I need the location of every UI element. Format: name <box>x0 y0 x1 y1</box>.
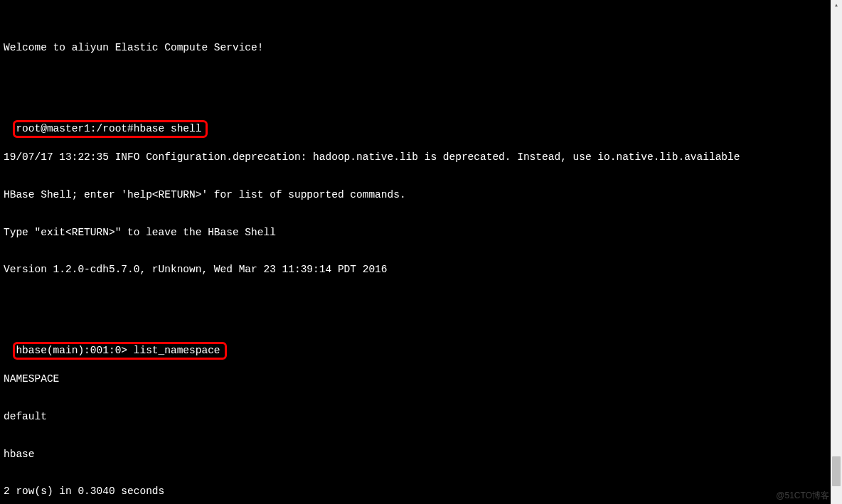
terminal-line: default <box>4 411 827 424</box>
watermark: @51CTO博客 <box>776 490 829 503</box>
scrollbar-track[interactable]: ▴ <box>831 0 842 504</box>
highlighted-command-1: root@master1:/root#hbase shell <box>13 120 208 139</box>
terminal-line: Version 1.2.0-cdh5.7.0, rUnknown, Wed Ma… <box>4 264 827 277</box>
blank-line <box>4 301 827 314</box>
terminal-line: NAMESPACE <box>4 373 827 386</box>
terminal-line: Type "exit<RETURN>" to leave the HBase S… <box>4 227 827 240</box>
terminal-line: 19/07/17 13:22:35 INFO Configuration.dep… <box>4 151 827 164</box>
chevron-up-icon: ▴ <box>834 0 838 12</box>
terminal-line: 2 row(s) in 0.3040 seconds <box>4 486 827 498</box>
terminal-line: HBase Shell; enter 'help<RETURN>' for li… <box>4 189 827 202</box>
scroll-up-button[interactable]: ▴ <box>831 0 842 11</box>
terminal-line: Welcome to aliyun Elastic Compute Servic… <box>4 42 827 55</box>
terminal-window[interactable]: Welcome to aliyun Elastic Compute Servic… <box>0 0 831 504</box>
terminal-line: hbase <box>4 449 827 461</box>
scrollbar-thumb[interactable] <box>832 456 841 486</box>
highlighted-command-2: hbase(main):001:0> list_namespace <box>13 342 226 360</box>
blank-line <box>4 80 827 92</box>
